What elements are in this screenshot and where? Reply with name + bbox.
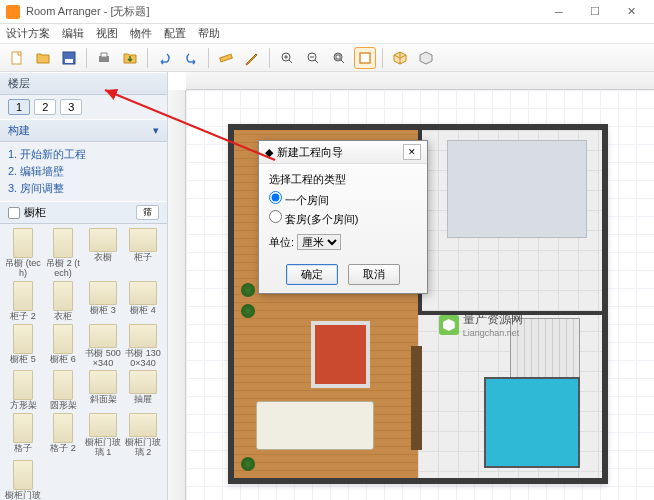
library-item[interactable]: 橱柜门玻璃 3 <box>4 460 42 500</box>
floor-tab-3[interactable]: 3 <box>60 99 82 115</box>
step-new-project[interactable]: 1. 开始新的工程 <box>8 146 159 163</box>
maximize-button[interactable]: ☐ <box>578 2 612 22</box>
watermark-logo-icon <box>439 315 459 335</box>
item-thumbnail <box>13 460 33 490</box>
build-label: 构建 <box>8 123 30 138</box>
item-label: 橱柜门玻璃 1 <box>84 438 122 458</box>
unit-label: 单位: <box>269 236 294 248</box>
menu-item[interactable]: 物件 <box>130 26 152 41</box>
item-thumbnail <box>13 228 33 258</box>
library-item[interactable]: 抽屉 <box>124 370 162 411</box>
library-item[interactable]: 柜子 <box>124 228 162 279</box>
note-button[interactable] <box>241 47 263 69</box>
open-button[interactable] <box>32 47 54 69</box>
library-item[interactable]: 格子 2 <box>44 413 82 458</box>
library-item[interactable]: 圆形架 <box>44 370 82 411</box>
menu-item[interactable]: 编辑 <box>62 26 84 41</box>
library-item[interactable]: 橱柜门玻璃 1 <box>84 413 122 458</box>
floors-header[interactable]: 楼层 <box>0 72 167 95</box>
step-edit-walls[interactable]: 2. 编辑墙壁 <box>8 163 159 180</box>
menu-item[interactable]: 设计方案 <box>6 26 50 41</box>
step-adjust-rooms[interactable]: 3. 房间调整 <box>8 180 159 197</box>
item-label: 抽屉 <box>124 395 162 405</box>
view-2d-button[interactable] <box>354 47 376 69</box>
menu-item[interactable]: 视图 <box>96 26 118 41</box>
print-button[interactable] <box>93 47 115 69</box>
new-button[interactable] <box>6 47 28 69</box>
watermark-text: 量产资源网 <box>463 311 523 328</box>
library-item[interactable]: 衣柜 <box>44 281 82 322</box>
tv-unit[interactable] <box>411 346 422 450</box>
dialog-close-button[interactable]: ✕ <box>403 144 421 160</box>
ruler-horizontal <box>186 72 654 90</box>
kitchen-counter[interactable] <box>447 140 587 237</box>
sofa[interactable] <box>256 401 374 450</box>
library-item[interactable]: 吊橱 2 (tech) <box>44 228 82 279</box>
library-item[interactable]: 书橱 500×340 <box>84 324 122 369</box>
walkthrough-button[interactable] <box>415 47 437 69</box>
undo-button[interactable] <box>154 47 176 69</box>
category-header[interactable]: 橱柜 筛 <box>0 201 167 224</box>
redo-button[interactable] <box>180 47 202 69</box>
menu-item[interactable]: 配置 <box>164 26 186 41</box>
filter-button[interactable]: 筛 <box>136 205 159 220</box>
menu-item[interactable]: 帮助 <box>198 26 220 41</box>
library-item[interactable]: 方形架 <box>4 370 42 411</box>
item-label: 斜面架 <box>84 395 122 405</box>
library-item[interactable]: 格子 <box>4 413 42 458</box>
rug[interactable] <box>311 321 370 387</box>
library-item[interactable]: 橱柜 4 <box>124 281 162 322</box>
library-item[interactable]: 斜面架 <box>84 370 122 411</box>
library-item[interactable]: 吊橱 (tech) <box>4 228 42 279</box>
view-3d-button[interactable] <box>389 47 411 69</box>
item-label: 柜子 <box>124 253 162 263</box>
zoom-out-button[interactable] <box>302 47 324 69</box>
svg-rect-4 <box>101 53 107 57</box>
floor-tab-2[interactable]: 2 <box>34 99 56 115</box>
item-label: 衣橱 <box>84 253 122 263</box>
library-item[interactable]: 橱柜门玻璃 2 <box>124 413 162 458</box>
app-name: Room Arranger <box>26 5 101 17</box>
unit-select[interactable]: 厘米 <box>297 234 341 250</box>
zoom-in-button[interactable] <box>276 47 298 69</box>
save-button[interactable] <box>58 47 80 69</box>
library-item[interactable]: 柜子 2 <box>4 281 42 322</box>
library-item[interactable]: 书橱 1300×340 <box>124 324 162 369</box>
item-thumbnail <box>13 413 33 443</box>
measure-button[interactable] <box>215 47 237 69</box>
dialog-section-label: 选择工程的类型 <box>269 172 417 187</box>
item-label: 橱柜门玻璃 3 <box>4 491 42 500</box>
library-item[interactable]: 橱柜 6 <box>44 324 82 369</box>
item-thumbnail <box>89 324 117 348</box>
ruler-vertical <box>168 90 186 500</box>
svg-point-8 <box>334 53 342 61</box>
item-label: 橱柜门玻璃 2 <box>124 438 162 458</box>
dialog-titlebar[interactable]: ◆ 新建工程向导 ✕ <box>259 141 427 164</box>
app-icon <box>6 5 20 19</box>
item-label: 吊橱 (tech) <box>4 259 42 279</box>
close-button[interactable]: ✕ <box>614 2 648 22</box>
library-item[interactable]: 衣橱 <box>84 228 122 279</box>
item-thumbnail <box>53 281 73 311</box>
cancel-button[interactable]: 取消 <box>348 264 400 285</box>
minimize-button[interactable]: ─ <box>542 2 576 22</box>
library-item[interactable]: 橱柜 5 <box>4 324 42 369</box>
zoom-fit-button[interactable] <box>328 47 350 69</box>
floor-tabs: 1 2 3 <box>0 95 167 119</box>
watermark: 量产资源网 Liangchan.net <box>439 311 523 338</box>
radio-single-room[interactable]: 一个房间 <box>269 190 417 209</box>
ok-button[interactable]: 确定 <box>286 264 338 285</box>
item-label: 吊橱 2 (tech) <box>44 259 82 279</box>
build-header[interactable]: 构建 ▾ <box>0 119 167 142</box>
toolbar <box>0 44 654 72</box>
bathroom[interactable] <box>484 377 580 467</box>
radio-multi-room[interactable]: 套房(多个房间) <box>269 209 417 228</box>
export-button[interactable] <box>119 47 141 69</box>
library-item[interactable]: 橱柜 3 <box>84 281 122 322</box>
svg-rect-5 <box>220 54 233 62</box>
new-project-dialog: ◆ 新建工程向导 ✕ 选择工程的类型 一个房间 套房(多个房间) 单位: 厘米 … <box>258 140 428 294</box>
svg-rect-2 <box>65 59 73 63</box>
item-label: 格子 2 <box>44 444 82 454</box>
floor-tab-1[interactable]: 1 <box>8 99 30 115</box>
item-label: 衣柜 <box>44 312 82 322</box>
